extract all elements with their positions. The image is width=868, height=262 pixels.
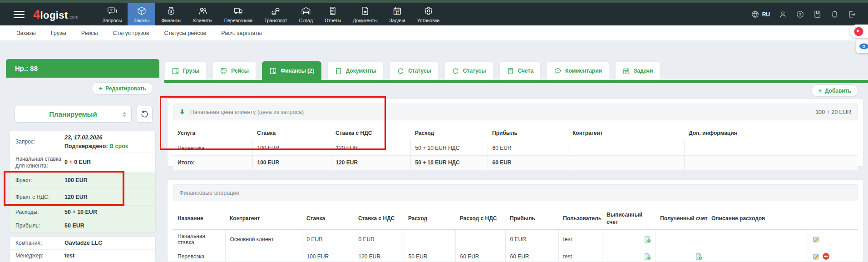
cargo-icon — [172, 67, 179, 75]
subnav-trips[interactable]: Рейсы — [81, 30, 98, 36]
order-tabs: Грузы Рейсы Финансы (2) Документы Статус… — [164, 61, 660, 80]
tab-statuses-1[interactable]: Статусы — [390, 61, 439, 80]
people-icon — [198, 6, 208, 16]
confirmed-status: В срок — [109, 143, 128, 149]
table-row[interactable]: Перевозка 100 EUR 120 EUR 50 EUR 60 EUR … — [173, 249, 858, 262]
logo-4: 4 — [33, 7, 40, 22]
edit-order-button[interactable]: +Редактировать — [92, 82, 153, 94]
nav-item-requests[interactable]: ? Запросы — [97, 3, 128, 25]
table-row[interactable]: Начальная ставка Основной клиент 0 EUR 0… — [173, 230, 858, 249]
floating-chat-button[interactable] — [850, 25, 868, 38]
financial-operations-card: Финансовые операции Название Контрагент … — [167, 179, 863, 262]
navbar-items: ? Запросы Заказы $ Финансы Клиенты Перев… — [97, 3, 445, 25]
add-finance-button[interactable]: +Добавить — [811, 84, 858, 97]
subnav-salary-calc[interactable]: Расч. зарплаты — [221, 30, 262, 36]
tab-tasks[interactable]: 17 Задачи — [615, 61, 661, 80]
tab-invoices[interactable]: Счета — [499, 61, 541, 80]
table-header-row: Название Контрагент Ставка Ставка с НДС … — [173, 208, 858, 230]
svg-text:$: $ — [799, 12, 801, 16]
green-down-arrow-icon — [179, 109, 185, 115]
document-icon — [335, 67, 342, 75]
subnav-orders[interactable]: Заказы — [17, 30, 36, 36]
nav-item-orders[interactable]: Заказы — [128, 3, 155, 25]
sub-navigation: Заказы Грузы Рейсы Статус грузов Статусы… — [0, 25, 868, 40]
subnav-cargo[interactable]: Грузы — [51, 30, 66, 36]
initial-price-card: Начальная цена клиенту (цена из запроса)… — [167, 99, 863, 167]
document-icon — [360, 6, 370, 16]
subnav-cargo-status[interactable]: Статус грузов — [113, 30, 149, 36]
nav-item-warehouse[interactable]: Склад — [293, 3, 319, 25]
initial-price-table: Услуга Ставка Ставка с НДС Расход Прибыл… — [173, 126, 858, 170]
table-total-row: Итого: 100 EUR 120 EUR 50 + 10 EUR НДС 6… — [173, 155, 858, 170]
detail-row-request: Запрос: 23, 17.02.2026 Подтверждено: В с… — [10, 131, 155, 153]
language-switcher[interactable]: RU — [751, 10, 770, 19]
financial-operations-header-bar: Финансовые операции — [173, 184, 858, 201]
top-accent-strip — [0, 0, 868, 3]
issued-invoice-add-icon[interactable] — [644, 236, 651, 242]
cargo-icon — [269, 67, 277, 75]
nav-item-carriers[interactable]: Перевозчики — [218, 3, 259, 25]
refresh-icon — [452, 67, 459, 75]
edit-icon[interactable] — [813, 236, 822, 242]
issued-invoice-add-icon[interactable] — [644, 253, 651, 259]
nav-item-settings[interactable]: Установки — [411, 3, 445, 25]
subnav-trip-statuses[interactable]: Статусы рейсов — [164, 30, 206, 36]
floating-eye-button[interactable] — [856, 40, 868, 53]
nav-item-finance[interactable]: $ Финансы — [155, 3, 187, 25]
detail-row-freight: Фрахт: 100 EUR — [10, 172, 155, 188]
remove-icon[interactable] — [822, 253, 832, 259]
red-dot-icon — [854, 27, 863, 36]
plus-icon: + — [818, 87, 822, 94]
table-row[interactable]: Перевозка 100 EUR 120 EUR 50 + 10 EUR НД… — [173, 141, 858, 155]
nav-item-transport[interactable]: Транспорт — [258, 3, 293, 25]
detail-row-initial-rate: Начальная ставка для клиента: 0 + 0 EUR — [10, 153, 155, 172]
order-status-row: Планируемый — [15, 106, 153, 123]
calculator-icon — [328, 6, 338, 16]
tab-comments[interactable]: Комментарии — [547, 61, 609, 80]
logo-name: logist — [40, 10, 68, 21]
refresh-icon — [397, 67, 404, 75]
tab-trips[interactable]: Рейсы — [212, 61, 256, 80]
detail-row-profit: Прибыль: 50 EUR — [10, 219, 155, 232]
gear-icon — [423, 6, 433, 16]
history-icon — [141, 110, 148, 118]
initial-price-total: 100 + 20 EUR — [815, 109, 851, 115]
order-panel: Нр.: 88 +Редактировать Планируемый Запро… — [6, 59, 159, 262]
order-status-select[interactable]: Планируемый — [15, 106, 132, 123]
detail-row-manager: Менеджер: test — [10, 249, 155, 262]
detail-row-company: Компания: Gavtadze LLC — [10, 237, 155, 249]
order-details-card: Запрос: 23, 17.02.2026 Подтверждено: В с… — [10, 131, 156, 233]
dollar-circle-icon[interactable]: $ — [796, 10, 804, 19]
initial-price-header-bar: Начальная цена клиенту (цена из запроса)… — [173, 104, 858, 120]
received-invoice-add-icon[interactable] — [695, 253, 702, 259]
detail-row-expenses: Расходы: 50 + 10 EUR — [10, 205, 155, 219]
hamburger-menu-icon[interactable] — [14, 11, 25, 18]
nav-item-reports[interactable]: Отчеты — [319, 3, 347, 25]
confirmed-label: Подтверждено: — [64, 143, 108, 149]
navbar-right: RU $ — [751, 3, 856, 25]
table-header-row: Услуга Ставка Ставка с НДС Расход Прибыл… — [173, 126, 858, 141]
bell-icon[interactable] — [830, 10, 839, 19]
logout-icon[interactable] — [848, 10, 856, 19]
tab-finance[interactable]: Финансы (2) — [262, 61, 321, 80]
cars-icon — [271, 6, 281, 16]
user-icon[interactable] — [779, 10, 787, 19]
nav-item-tasks[interactable]: 17 Задачи — [383, 3, 411, 25]
request-date: 23, 17.02.2026 — [64, 134, 102, 141]
tab-statuses-2[interactable]: Статусы — [444, 61, 493, 80]
svg-text:$: $ — [170, 10, 172, 14]
status-history-button[interactable] — [137, 106, 153, 123]
tab-cargo[interactable]: Грузы — [164, 61, 207, 80]
box-icon — [137, 6, 147, 16]
book-icon[interactable] — [813, 10, 822, 19]
financial-operations-title: Финансовые операции — [179, 190, 239, 196]
tabs-underline-bar — [164, 80, 868, 83]
eye-icon — [859, 43, 868, 50]
nav-item-documents[interactable]: Документы — [347, 3, 383, 25]
nav-item-clients[interactable]: Клиенты — [187, 3, 218, 25]
tab-documents[interactable]: Документы — [327, 61, 384, 80]
app-logo[interactable]: 4logist.com — [33, 7, 78, 22]
order-number-header: Нр.: 88 — [6, 59, 159, 78]
edit-icon[interactable] — [813, 253, 822, 259]
order-company-card: Компания: Gavtadze LLC Менеджер: test — [10, 236, 156, 262]
